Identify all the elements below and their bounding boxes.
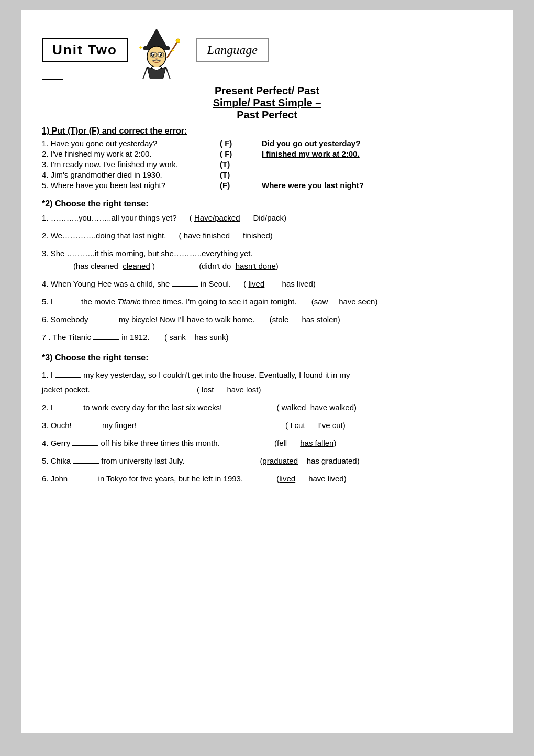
s1-q3-text: 3. I'm ready now. I've finished my work. — [42, 160, 220, 169]
s3-q5: 5. Chika from university last July. (gra… — [42, 455, 492, 467]
s1-q1: 1. Have you gone out yesterday? ( F) Did… — [42, 139, 492, 148]
section3-title: *3) Choose the right tense: — [42, 353, 492, 363]
s2-q3: 3. She ………..it this morning, but she……….… — [42, 247, 492, 272]
s2-q2: 2. We………….doing that last night. ( have … — [42, 229, 492, 242]
svg-point-10 — [155, 58, 158, 59]
s3-q1-choices: ( lost have lost) — [197, 385, 261, 394]
svg-marker-0 — [146, 29, 167, 47]
s1-q1-verdict: ( F) — [220, 139, 262, 148]
s1-q4: 4. Jim's grandmother died in 1930. (T) — [42, 170, 492, 179]
title-text1: Present Perfect/ Past — [215, 85, 319, 96]
s1-q4-verdict: (T) — [220, 170, 262, 179]
s2-q7: 7 . The Titanic in 1912. ( sank has sunk… — [42, 331, 492, 344]
svg-point-5 — [152, 54, 154, 56]
section1-title: 1) Put (T)or (F) and correct the error: — [42, 126, 492, 136]
s2-q4-text: 4. When Young Hee was a child, she in Se… — [42, 279, 231, 288]
s1-q3: 3. I'm ready now. I've finished my work.… — [42, 160, 492, 169]
s3-q6: 6. John in Tokyo for five years, but he … — [42, 473, 492, 485]
divider — [42, 79, 63, 80]
svg-point-12 — [176, 39, 180, 43]
s2-q5-text: 5. I the movie Titanic three times. I'm … — [42, 297, 296, 306]
s3-q3: 3. Ouch! my finger! ( I cut I've cut) — [42, 419, 492, 432]
s3-q4-text: 4. Gerry off his bike three times this m… — [42, 439, 220, 447]
s1-q5-answer: Where were you last night? — [262, 181, 492, 190]
s3-q1-row2: jacket pocket. ( lost have lost) — [42, 384, 492, 396]
s1-q1-text: 1. Have you gone out yesterday? — [42, 139, 220, 148]
mascot-icon: ✦ ✦ — [133, 26, 180, 73]
s2-q3-text: 3. She ………..it this morning, but she……….… — [42, 247, 492, 260]
s1-q2-answer: I finished my work at 2:00. — [262, 149, 492, 158]
svg-text:✦: ✦ — [138, 44, 143, 51]
title-line2: Simple/ Past Simple – — [42, 97, 492, 109]
s1-q5-verdict: (F) — [220, 181, 262, 190]
unit-label: Unit Two — [42, 38, 128, 62]
s1-q5-text: 5. Where have you been last night? — [42, 181, 220, 190]
title-line3: Past Perfect — [42, 109, 492, 121]
s3-q5-choices: (graduated has graduated) — [260, 456, 359, 465]
s3-q4-choices: (fell has fallen) — [274, 439, 336, 447]
s3-q6-choices: (lived have lived) — [276, 474, 346, 483]
s3-q3-choices: ( I cut I've cut) — [285, 421, 346, 430]
s2-q3-choices: (has cleaned cleaned ) (didn't do hasn't… — [42, 260, 492, 272]
s3-q3-text: 3. Ouch! my finger! — [42, 421, 137, 430]
s2-q2-text: 2. We………….doing that last night. — [42, 231, 166, 240]
s2-q1-choices: ( Have/packed Did/pack) — [190, 213, 286, 222]
s1-q4-text: 4. Jim's grandmother died in 1930. — [42, 170, 220, 179]
s2-q2-choices: ( have finished finished) — [179, 231, 273, 240]
s3-q6-text: 6. John in Tokyo for five years, but he … — [42, 474, 243, 483]
s2-q1: 1. ………..you……..all your things yet? ( Ha… — [42, 212, 492, 224]
s3-q1-text: 1. I my key yesterday, so I couldn't get… — [42, 370, 350, 379]
section1: 1) Put (T)or (F) and correct the error: … — [42, 126, 492, 190]
mascot-svg: ✦ ✦ — [133, 26, 180, 79]
s2-q6: 6. Somebody my bicycle! Now I'll have to… — [42, 313, 492, 326]
s3-q1: 1. I my key yesterday, so I couldn't get… — [42, 369, 492, 396]
s2-q5-choices: (saw have seen) — [309, 297, 377, 306]
s2-q7-choices: ( sank has sunk) — [162, 333, 229, 342]
section2-title: *2) Choose the right tense: — [42, 199, 492, 209]
s1-q2-verdict: ( F) — [220, 149, 262, 158]
title-text3: Past Perfect — [237, 109, 297, 120]
s2-q4: 4. When Young Hee was a child, she in Se… — [42, 278, 492, 290]
section1-questions: 1. Have you gone out yesterday? ( F) Did… — [42, 139, 492, 190]
s2-q4-choices: ( lived has lived) — [243, 279, 316, 288]
s1-q1-answer: Did you go out yesterday? — [262, 139, 492, 148]
s2-q5: 5. I the movie Titanic three times. I'm … — [42, 295, 492, 308]
s3-q2-text: 2. I to work every day for the last six … — [42, 403, 222, 412]
title-section: Present Perfect/ Past Simple/ Past Simpl… — [42, 85, 492, 121]
s2-q6-choices: (stole has stolen) — [268, 315, 340, 324]
s3-q2-choices: ( walked have walked) — [276, 403, 357, 412]
header: Unit Two — [42, 26, 492, 73]
s1-q3-verdict: (T) — [220, 160, 262, 169]
s3-q5-text: 5. Chika from university last July. — [42, 456, 184, 465]
page: Unit Two — [21, 10, 513, 733]
section2: *2) Choose the right tense: 1. ………..you…… — [42, 199, 492, 344]
s2-q6-text: 6. Somebody my bicycle! Now I'll have to… — [42, 315, 254, 324]
s2-q7-text: 7 . The Titanic in 1912. — [42, 333, 150, 342]
title-line1: Present Perfect/ Past — [42, 85, 492, 97]
s3-q2: 2. I to work every day for the last six … — [42, 401, 492, 414]
title-text2: Simple/ Past Simple – — [213, 97, 321, 108]
language-label: Language — [196, 38, 269, 62]
s1-q2-text: 2. I've finished my work at 2:00. — [42, 149, 220, 158]
s3-q4: 4. Gerry off his bike three times this m… — [42, 437, 492, 450]
s2-q1-text: 1. ………..you……..all your things yet? — [42, 213, 177, 222]
svg-point-6 — [160, 54, 161, 56]
s1-q2: 2. I've finished my work at 2:00. ( F) I… — [42, 149, 492, 158]
s1-q5: 5. Where have you been last night? (F) W… — [42, 181, 492, 190]
svg-text:✦: ✦ — [171, 48, 175, 53]
section3: *3) Choose the right tense: 1. I my key … — [42, 353, 492, 485]
